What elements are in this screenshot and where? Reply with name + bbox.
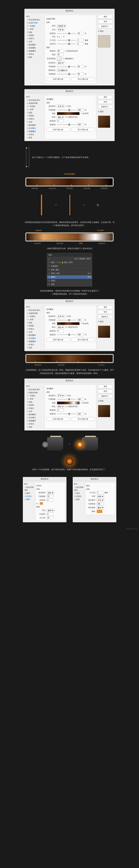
scale-input[interactable] (77, 333, 84, 336)
style-drop-shadow[interactable]: 投影 (26, 426, 43, 429)
dither-check[interactable]: ☐ 仿色 (65, 105, 71, 107)
dither-check[interactable]: ☐ 仿色 (65, 395, 71, 397)
scale-input[interactable] (77, 123, 84, 126)
og-color-radio[interactable]: ● ○ (36, 503, 39, 504)
anti-alias[interactable]: ☐ 消除锯齿(L) (62, 58, 74, 60)
reverse-check[interactable]: ☐ 反向(R) (81, 322, 89, 325)
hi-mode-select[interactable]: 滤色 (57, 61, 64, 64)
reset-default-button[interactable]: 复位为默认值 (71, 128, 94, 132)
og-noise-input[interactable] (47, 499, 54, 501)
style-contour[interactable]: - 等高线 (26, 105, 43, 108)
style-gradient-overlay[interactable]: 渐变叠加 (26, 127, 43, 130)
cancel-button[interactable]: 取消 (98, 100, 113, 104)
style-texture[interactable]: - 纹理 (26, 318, 43, 321)
style-satin[interactable]: 光泽 (26, 410, 43, 413)
make-default-button[interactable]: 设置为默认值 (47, 128, 70, 132)
og-method-select[interactable]: 柔和 (47, 509, 54, 512)
scale-input[interactable] (77, 412, 84, 415)
hi-op-input[interactable] (77, 65, 84, 68)
style-inner-glow[interactable]: 内发光 (26, 37, 43, 40)
fx-icon[interactable]: fx ▾ (88, 272, 90, 274)
style-satin[interactable]: 光泽 (26, 331, 43, 334)
global-light[interactable]: ☐ 使用全局光(G) (65, 50, 78, 52)
reset-default-button[interactable]: 复位为默认值 (71, 77, 94, 81)
style-blend[interactable]: 混合选项: 默认 (74, 486, 84, 492)
layer-item[interactable]: 内部1 (47, 279, 92, 283)
op-slider[interactable] (57, 399, 76, 400)
soft-input[interactable] (77, 42, 84, 45)
style-outer-glow[interactable]: 外发光 (26, 53, 43, 56)
preview-check[interactable]: ☑ 预览 (98, 320, 113, 323)
style-bevel[interactable]: 斜面和浮雕 (26, 312, 43, 315)
new-style-button[interactable]: 新建样式... (98, 25, 113, 28)
op-input[interactable] (77, 398, 84, 401)
align-check[interactable]: ☑ 与图层对齐(I) (65, 405, 78, 408)
st-size-input[interactable] (97, 491, 103, 494)
style-outer-glow[interactable]: 外发光 (26, 343, 43, 346)
sh-mode-select[interactable]: 正片叠底 (57, 69, 68, 72)
style-contour[interactable]: - 等高线 (26, 25, 43, 28)
style-pattern-overlay[interactable]: 图案叠加 (26, 50, 43, 53)
style-bevel[interactable]: 斜面和浮雕 (26, 21, 43, 25)
style-stroke[interactable]: 描边 (74, 492, 84, 495)
layers-lock-row[interactable]: 锁定: ⬚ ✎ ⊕ 🔒 填充: 100% (47, 261, 92, 265)
scale-slider[interactable] (57, 334, 76, 335)
reset-default-button[interactable]: 复位为默认值 (71, 417, 94, 421)
style-blend[interactable]: 混合选项: 默认 (24, 486, 34, 492)
layer-item[interactable]: 光线效果 (47, 265, 92, 268)
style-stroke[interactable]: 描边 (26, 401, 43, 404)
style-bevel[interactable]: 斜面和浮雕 (26, 102, 43, 105)
ok-button[interactable]: 确定 (98, 384, 113, 389)
gangle-input[interactable] (57, 330, 63, 333)
preview-check[interactable]: ☑ 预览 (98, 400, 113, 402)
style-stroke[interactable]: 描边 (26, 111, 43, 114)
new-style-button[interactable]: 新建样式... (98, 394, 113, 398)
hi-op-slider[interactable] (57, 66, 76, 67)
st-color-swatch[interactable] (97, 510, 102, 513)
style-inner-shadow[interactable]: 内阴影 (26, 114, 43, 117)
og-size-input[interactable] (47, 516, 54, 519)
mode-select[interactable]: 正常 (57, 105, 64, 108)
preview-check[interactable]: ☑ 预览 (98, 30, 113, 32)
depth-input[interactable] (77, 32, 84, 35)
style-texture[interactable]: - 纹理 (26, 397, 43, 401)
style-bevel[interactable]: 斜面和浮雕 (26, 391, 43, 394)
depth-slider[interactable] (57, 33, 76, 34)
style-contour[interactable]: - 等高线 (26, 315, 43, 318)
make-default-button[interactable]: 设置为默认值 (47, 338, 70, 342)
style-outer-glow[interactable]: 外发光 (26, 133, 43, 136)
gangle-input[interactable] (57, 119, 63, 122)
style-blend[interactable]: 混合选项: 默认 (26, 388, 43, 391)
style-texture[interactable]: - 纹理 (26, 108, 43, 111)
style-outer-glow[interactable]: 外发光 (74, 495, 84, 498)
reverse-check[interactable]: ☐ 反向(R) (81, 112, 89, 115)
mode-select[interactable]: 正常 (57, 315, 64, 318)
scale-slider[interactable] (57, 413, 76, 414)
style-inner-shadow[interactable]: 内阴影 (26, 324, 43, 328)
style-blend[interactable]: 混合选项: 默认 (26, 99, 43, 102)
style-blend[interactable]: 混合选项: 默认 (26, 309, 43, 312)
cancel-button[interactable]: 取消 (98, 20, 113, 24)
style-drop-shadow[interactable]: 投影 (26, 136, 43, 139)
ok-button[interactable]: 确定 (98, 95, 113, 99)
reset-default-button[interactable]: 复位为默认值 (71, 338, 94, 342)
gloss-contour[interactable] (57, 57, 61, 61)
style-color-overlay[interactable]: 颜色叠加 (26, 413, 43, 416)
preview-check[interactable]: ☑ 预览 (98, 111, 113, 113)
style-stroke[interactable]: 描边 (26, 321, 43, 324)
op-slider[interactable] (57, 320, 76, 320)
style-inner-glow[interactable]: 内发光 (26, 407, 43, 410)
style-drop-shadow[interactable]: 投影 (24, 498, 34, 501)
style-inner-shadow[interactable]: 内阴影 (26, 34, 43, 37)
soft-slider[interactable] (57, 43, 76, 44)
og-mode-select[interactable]: 滤色 (47, 491, 54, 494)
style-pattern-overlay[interactable]: 图案叠加 (26, 340, 43, 343)
new-style-button[interactable]: 新建样式... (98, 315, 113, 319)
style-color-overlay[interactable]: 颜色叠加 (26, 124, 43, 127)
dither-check[interactable]: ☐ 仿色 (65, 315, 71, 317)
style-pattern-overlay[interactable]: 图案叠加 (26, 130, 43, 133)
style-gradient-overlay[interactable]: 渐变叠加 (26, 46, 43, 50)
op-input[interactable] (77, 108, 84, 112)
style-stroke[interactable]: 描边 (24, 492, 34, 495)
layer-item[interactable]: 底层 (47, 283, 92, 286)
